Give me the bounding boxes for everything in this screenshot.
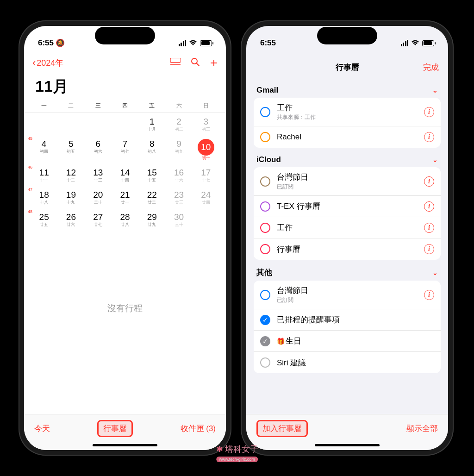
color-circle-icon[interactable] <box>260 290 270 300</box>
calendar-day[interactable]: 28廿八 <box>112 211 138 229</box>
calendar-row[interactable]: 台灣節日已訂閱i <box>254 281 441 309</box>
calendar-row[interactable]: 工作共享來源：工作i <box>254 98 441 126</box>
week-number: 46 <box>28 165 32 169</box>
calendar-day[interactable]: 7初七 <box>112 138 138 162</box>
calendar-day[interactable]: 12十二 <box>57 167 84 184</box>
calendar-day[interactable]: 9初九 <box>165 138 192 162</box>
row-content: Siri 建議 <box>277 357 434 368</box>
row-content: 工作共享來源：工作 <box>277 102 424 121</box>
section-header[interactable]: iCloud⌄ <box>254 151 441 167</box>
section-header[interactable]: 其他⌄ <box>254 263 441 281</box>
calendar-day[interactable]: 24廿四 <box>193 189 219 207</box>
info-icon[interactable]: i <box>424 290 434 300</box>
calendar-day[interactable]: 17十七 <box>193 167 219 184</box>
row-title: Siri 建議 <box>277 358 306 367</box>
calendar-day[interactable]: 6初六 <box>85 138 112 162</box>
color-circle-icon[interactable] <box>260 244 270 254</box>
inbox-button[interactable]: 收件匣 (3) <box>181 423 216 434</box>
info-icon[interactable]: i <box>424 201 434 212</box>
calendar-row[interactable]: 工作i <box>254 217 441 238</box>
calendar-grid[interactable]: 1十月2初二3初三454初四5初五6初六7初七8初八9初九10初十4611十一1… <box>24 113 226 231</box>
row-content: 行事曆 <box>277 244 424 255</box>
calendar-day[interactable] <box>31 116 57 133</box>
calendar-day[interactable]: 2初二 <box>165 116 192 133</box>
checkbox-checked-icon[interactable]: ✓ <box>260 315 270 325</box>
phone-frame-left: 6:55🔕 ‹ 2024年 + 11月 一二三四五六日 <box>19 20 231 456</box>
calendar-day[interactable]: 4初四 <box>31 138 57 162</box>
calendar-day[interactable] <box>57 116 84 133</box>
color-circle-icon[interactable] <box>260 357 270 368</box>
done-button[interactable]: 完成 <box>423 62 439 73</box>
calendar-row[interactable]: 行事曆i <box>254 238 441 260</box>
calendar-row[interactable]: T-EX 行事曆i <box>254 196 441 217</box>
checkbox-checked-icon[interactable]: ✓ <box>260 336 270 346</box>
section-gmail: Gmail⌄工作共享來源：工作iRacheli <box>246 82 448 148</box>
calendar-day[interactable]: 1十月 <box>138 116 165 133</box>
battery-icon <box>422 40 434 46</box>
info-icon[interactable]: i <box>424 176 434 187</box>
calendar-row[interactable]: 台灣節日已訂閱i <box>254 167 441 196</box>
calendar-day[interactable]: 18十八 <box>31 189 57 207</box>
calendar-day[interactable]: 19十九 <box>57 189 84 207</box>
row-title: 工作 <box>277 223 293 232</box>
info-icon[interactable]: i <box>424 223 434 233</box>
color-circle-icon[interactable] <box>260 132 270 142</box>
calendar-day[interactable]: 15十五 <box>138 167 165 184</box>
row-content: 🎁生日 <box>277 336 434 346</box>
svg-line-4 <box>197 63 199 66</box>
calendar-row[interactable]: ✓🎁生日 <box>254 331 441 352</box>
calendar-day[interactable]: 25廿五 <box>31 211 57 229</box>
calendar-row[interactable]: Siri 建議 <box>254 352 441 373</box>
calendar-day[interactable]: 8初八 <box>138 138 165 162</box>
list-view-icon[interactable] <box>170 58 181 69</box>
calendar-week: 4611十一12十二13十三14十四15十五16十六17十七 <box>29 164 221 186</box>
calendar-day[interactable]: 3初三 <box>193 116 219 133</box>
color-circle-icon[interactable] <box>260 176 270 187</box>
calendar-day[interactable]: 16十六 <box>165 167 192 184</box>
calendar-day[interactable]: 13十三 <box>85 167 112 184</box>
home-indicator[interactable] <box>93 444 157 446</box>
home-indicator[interactable] <box>315 444 380 446</box>
calendar-day[interactable]: 29廿九 <box>138 211 165 229</box>
calendar-day[interactable] <box>85 116 112 133</box>
calendar-day[interactable]: 26廿六 <box>57 211 84 229</box>
calendar-row[interactable]: Racheli <box>254 126 441 148</box>
section-header[interactable]: Gmail⌄ <box>254 82 441 98</box>
info-icon[interactable]: i <box>424 132 434 142</box>
row-title: 台灣節日 <box>277 173 308 182</box>
calendar-day[interactable]: 21廿一 <box>112 189 138 207</box>
svg-rect-0 <box>170 58 181 63</box>
calendars-button[interactable]: 行事曆 <box>97 420 133 437</box>
color-circle-icon[interactable] <box>260 107 270 117</box>
sheet-title: 行事曆 <box>256 62 439 73</box>
show-all-button[interactable]: 顯示全部 <box>406 423 438 434</box>
calendar-day[interactable] <box>112 116 138 133</box>
calendar-day[interactable]: 5初五 <box>57 138 84 162</box>
search-icon[interactable] <box>191 57 200 69</box>
calendar-day[interactable]: 23廿三 <box>165 189 192 207</box>
info-icon[interactable]: i <box>424 244 434 254</box>
chevron-down-icon: ⌄ <box>432 87 438 94</box>
calendar-day[interactable]: 30三十 <box>165 211 192 229</box>
calendar-row[interactable]: ✓已排程的提醒事項 <box>254 309 441 331</box>
calendar-week: 4825廿五26廿六27廿七28廿八29廿九30三十 <box>29 208 221 231</box>
color-circle-icon[interactable] <box>260 201 270 212</box>
today-button[interactable]: 今天 <box>34 423 50 434</box>
sheet-header: 行事曆 完成 <box>246 55 448 78</box>
calendar-day[interactable]: 10初十 <box>193 138 219 162</box>
calendar-day[interactable]: 14十四 <box>112 167 138 184</box>
screen-calendar: 6:55🔕 ‹ 2024年 + 11月 一二三四五六日 <box>24 26 226 450</box>
list-group: 台灣節日已訂閱i✓已排程的提醒事項✓🎁生日Siri 建議 <box>254 281 441 373</box>
week-number: 45 <box>28 136 32 141</box>
calendar-day[interactable]: 11十一 <box>31 167 57 184</box>
calendar-day[interactable]: 27廿七 <box>85 211 112 229</box>
add-icon[interactable]: + <box>210 56 218 70</box>
info-icon[interactable]: i <box>424 107 434 117</box>
calendar-day[interactable] <box>193 211 219 229</box>
svg-point-3 <box>192 58 197 64</box>
calendar-day[interactable]: 22廿二 <box>138 189 165 207</box>
calendar-day[interactable]: 20二十 <box>85 189 112 207</box>
add-calendar-button[interactable]: 加入行事曆 <box>256 420 308 437</box>
color-circle-icon[interactable] <box>260 223 270 233</box>
back-button[interactable]: ‹ 2024年 <box>32 57 63 69</box>
